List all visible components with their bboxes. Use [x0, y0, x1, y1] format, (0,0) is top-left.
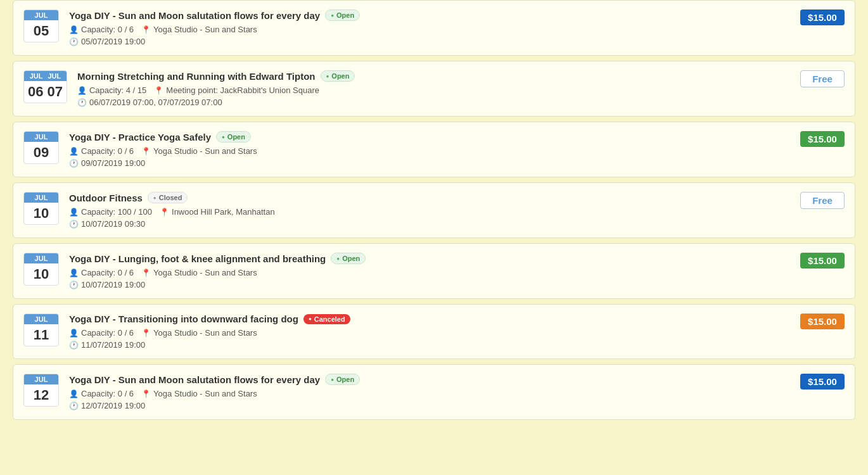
event-datetime: 10/07/2019 09:30: [81, 219, 145, 229]
date-badge: JUL12: [23, 374, 59, 407]
location-text: Yoga Studio - Sun and Stars: [153, 25, 257, 34]
event-time-row: 🕐10/07/2019 19:00: [69, 280, 790, 289]
capacity-item: 👤Capacity: 0 / 6: [69, 146, 134, 156]
capacity-text: Capacity: 0 / 6: [81, 328, 134, 338]
event-day: 10: [24, 263, 58, 285]
event-title-row: Yoga DIY - Sun and Moon salutation flows…: [69, 374, 790, 385]
capacity-item: 👤Capacity: 0 / 6: [69, 268, 134, 277]
event-title: Morning Stretching and Running with Edwa…: [77, 71, 316, 82]
event-day: 05: [24, 20, 58, 42]
price-tag: Free: [800, 70, 845, 87]
event-title: Yoga DIY - Sun and Moon salutation flows…: [69, 374, 320, 385]
event-time-row: 🕐12/07/2019 19:00: [69, 401, 790, 410]
event-title: Yoga DIY - Lunging, foot & knee alignmen…: [69, 253, 326, 264]
clock-icon: 🕐: [69, 341, 79, 350]
price-tag: Free: [800, 192, 845, 209]
event-card[interactable]: JUL09Yoga DIY - Practice Yoga SafelyOpen…: [13, 122, 855, 177]
price-tag: $15.00: [800, 374, 845, 390]
location-text: Yoga Studio - Sun and Stars: [153, 268, 257, 277]
location-item: 📍Yoga Studio - Sun and Stars: [141, 25, 257, 34]
event-title: Yoga DIY - Transitioning into downward f…: [69, 314, 298, 324]
location-item: 📍Yoga Studio - Sun and Stars: [141, 328, 257, 338]
event-datetime: 05/07/2019 19:00: [81, 37, 145, 46]
event-month: JULJUL: [24, 71, 67, 81]
event-meta: 👤Capacity: 0 / 6📍Yoga Studio - Sun and S…: [69, 328, 790, 338]
person-icon: 👤: [69, 25, 79, 34]
location-item: 📍Yoga Studio - Sun and Stars: [141, 389, 257, 398]
location-icon: 📍: [141, 147, 151, 156]
event-month: JUL: [24, 193, 58, 203]
event-title-row: Yoga DIY - Practice Yoga SafelyOpen: [69, 131, 790, 142]
status-badge: Canceled: [303, 314, 350, 324]
event-time-row: 🕐10/07/2019 09:30: [69, 219, 790, 229]
capacity-item: 👤Capacity: 0 / 6: [69, 328, 134, 338]
price-tag: $15.00: [800, 131, 845, 147]
event-content: Yoga DIY - Sun and Moon salutation flows…: [69, 374, 790, 410]
location-icon: 📍: [141, 390, 151, 398]
status-badge: Open: [216, 131, 251, 142]
event-card[interactable]: JUL05Yoga DIY - Sun and Moon salutation …: [13, 0, 855, 56]
capacity-text: Capacity: 100 / 100: [81, 207, 152, 217]
capacity-text: Capacity: 0 / 6: [81, 389, 134, 398]
event-content: Yoga DIY - Practice Yoga SafelyOpen👤Capa…: [69, 131, 790, 168]
status-badge: Open: [321, 70, 355, 82]
event-day: 09: [24, 142, 58, 163]
clock-icon: 🕐: [69, 37, 79, 46]
event-datetime: 11/07/2019 19:00: [81, 340, 145, 350]
date-badge: JUL11: [23, 314, 59, 346]
location-icon: 📍: [160, 208, 169, 217]
status-badge: Closed: [148, 192, 188, 203]
event-meta: 👤Capacity: 0 / 6📍Yoga Studio - Sun and S…: [69, 389, 790, 398]
date-badge: JUL10: [23, 253, 59, 286]
location-item: 📍Meeting point: JackRabbit's Union Squar…: [154, 86, 319, 95]
clock-icon: 🕐: [69, 159, 79, 168]
location-icon: 📍: [141, 329, 151, 338]
event-title-row: Outdoor FitnessClosed: [69, 192, 790, 203]
capacity-item: 👤Capacity: 0 / 6: [69, 389, 134, 398]
status-badge: Open: [331, 253, 366, 264]
event-title: Outdoor Fitness: [69, 193, 143, 203]
event-title-row: Morning Stretching and Running with Edwa…: [77, 70, 790, 82]
date-badge: JUL09: [23, 131, 59, 164]
event-day: 10: [24, 203, 58, 224]
event-time-row: 🕐05/07/2019 19:00: [69, 37, 790, 46]
clock-icon: 🕐: [69, 220, 79, 229]
location-text: Inwood Hill Park, Manhattan: [172, 207, 275, 217]
event-content: Yoga DIY - Transitioning into downward f…: [69, 314, 790, 350]
person-icon: 👤: [69, 390, 79, 398]
location-icon: 📍: [141, 25, 151, 34]
event-card[interactable]: JUL12Yoga DIY - Sun and Moon salutation …: [13, 364, 855, 420]
event-day: 0607: [24, 81, 67, 103]
location-text: Yoga Studio - Sun and Stars: [153, 146, 257, 156]
capacity-text: Capacity: 0 / 6: [81, 268, 134, 277]
event-month: JUL: [24, 10, 58, 20]
date-badge: JUL10: [23, 192, 59, 225]
clock-icon: 🕐: [69, 402, 79, 410]
event-card[interactable]: JULJUL0607Morning Stretching and Running…: [13, 61, 855, 117]
event-meta: 👤Capacity: 4 / 15📍Meeting point: JackRab…: [77, 86, 790, 95]
event-time-row: 🕐09/07/2019 19:00: [69, 158, 790, 168]
event-content: Morning Stretching and Running with Edwa…: [77, 70, 790, 107]
event-card[interactable]: JUL11Yoga DIY - Transitioning into downw…: [13, 304, 855, 359]
event-card[interactable]: JUL10Outdoor FitnessClosed👤Capacity: 100…: [13, 182, 855, 238]
capacity-item: 👤Capacity: 4 / 15: [77, 86, 146, 95]
event-content: Yoga DIY - Lunging, foot & knee alignmen…: [69, 253, 790, 289]
capacity-item: 👤Capacity: 0 / 6: [69, 25, 134, 34]
date-badge: JULJUL0607: [23, 70, 67, 103]
event-datetime: 09/07/2019 19:00: [81, 158, 145, 168]
location-text: Yoga Studio - Sun and Stars: [153, 389, 257, 398]
event-title-row: Yoga DIY - Transitioning into downward f…: [69, 314, 790, 324]
price-tag: $15.00: [800, 10, 845, 25]
person-icon: 👤: [69, 269, 79, 277]
location-item: 📍Yoga Studio - Sun and Stars: [141, 146, 257, 156]
event-meta: 👤Capacity: 0 / 6📍Yoga Studio - Sun and S…: [69, 25, 790, 34]
location-text: Meeting point: JackRabbit's Union Square: [166, 86, 319, 95]
location-icon: 📍: [154, 86, 163, 95]
event-card[interactable]: JUL10Yoga DIY - Lunging, foot & knee ali…: [13, 243, 855, 299]
price-tag: $15.00: [800, 253, 845, 269]
event-month: JUL: [24, 374, 58, 384]
location-item: 📍Inwood Hill Park, Manhattan: [160, 207, 275, 217]
capacity-text: Capacity: 0 / 6: [81, 146, 134, 156]
event-datetime: 12/07/2019 19:00: [81, 401, 145, 410]
person-icon: 👤: [69, 147, 79, 156]
